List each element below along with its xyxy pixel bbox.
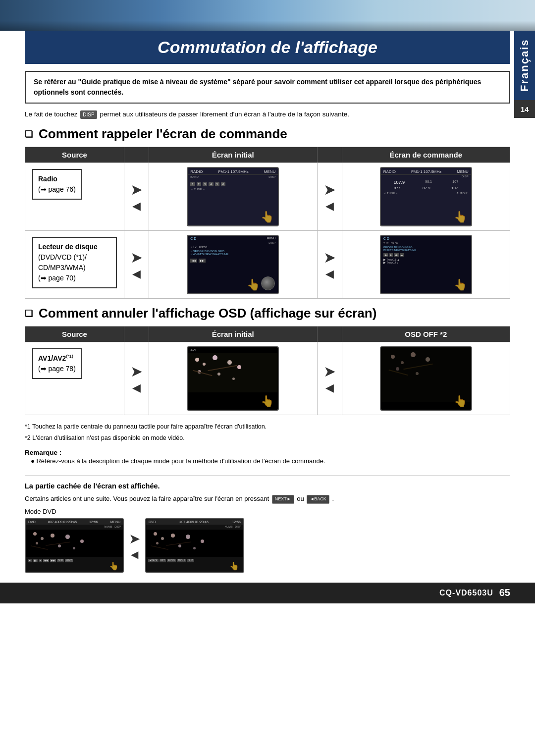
bottom-section: La partie cachée de l'écran est affichée…	[25, 476, 510, 573]
arrow-right-2: ➤	[323, 181, 336, 198]
dvd-controls-1: ▶ ▮▮ ■ ◀◀ ▶▶ SKIP NEXT	[26, 558, 123, 563]
dvd-screen-2: DVD#07 4009 01:23:4512:56 NUMB DISP	[145, 518, 244, 573]
av-source-box: AV1/AV2(*1) (➡ page 78)	[32, 348, 82, 379]
s2-col-source-label: Source	[25, 326, 124, 342]
radio-command-screen-cell: RADIOFM1·1 107.9MHzMENU DISP 107.998.110…	[342, 163, 510, 230]
top-banner	[0, 0, 535, 31]
footer-model: CQ-VD6503U	[439, 589, 493, 597]
mode-dvd-label: Mode DVD	[25, 508, 510, 515]
av-osd-screen: 👆	[380, 346, 472, 411]
bottom-text-mid: ou	[297, 495, 304, 502]
cd-command-screen: C D 7:12 09:56 GEOGE BENSON GEO WHAT'S N…	[380, 235, 472, 294]
radio-initial-screen: RADIOFM1·1 107.9MHzMENU BANDDISP 1 2 3 4…	[187, 167, 279, 226]
section2-row1: AV1/AV2(*1) (➡ page 78) ➤ ◀ AV1 MENU DIS…	[25, 342, 510, 415]
section2-heading: Comment annuler l'affichage OSD (afficha…	[25, 306, 510, 321]
info-box: Se référer au "Guide pratique de mise à …	[25, 71, 510, 104]
dvd-header-1: DVD#07 4009 01:23:4512:56MENU	[26, 519, 123, 525]
col-arrow-spacer1	[124, 147, 149, 162]
next-badge: NEXT►	[272, 495, 294, 504]
remarque-bullet: ● Référez-vous à la description de chaqu…	[31, 456, 510, 466]
radio-command-header: RADIOFM1·1 107.9MHzMENU	[381, 168, 471, 175]
radio-source-box: Radio (➡ page 76)	[32, 169, 82, 200]
radio-command-screen: RADIOFM1·1 107.9MHzMENU DISP 107.998.110…	[380, 167, 472, 226]
av-link: (➡ page 78)	[38, 365, 76, 373]
page-title: Commutation de l'affichage	[25, 31, 510, 64]
section1-row2: Lecteur de disque (DVD/VCD (*1)/ CD/MP3/…	[25, 230, 510, 298]
footnote-2: *2 L'écran d'utilisation n'est pas dispo…	[25, 433, 510, 443]
s2-arrow-right-2: ➤	[323, 363, 336, 380]
dvd-flower-2	[146, 530, 243, 557]
intro-text: Le fait de touchez DISP permet aux utili…	[25, 109, 510, 119]
col-source-label: Source	[25, 147, 124, 162]
touch-icon-3: 👆	[247, 278, 260, 291]
dvd-screen-1: DVD#07 4009 01:23:4512:56MENU NUMB DISP	[25, 518, 124, 573]
disc-detail: (DVD/VCD (*1)/ CD/MP3/WMA)	[38, 253, 87, 271]
cd-initial-screen-cell: C DMENU DISP ♪ 12 09:56 ♪ GEOGE BENSON G…	[149, 231, 318, 298]
page-number-tab: 14	[514, 100, 535, 118]
dvd-controls-2: ◄BACK RET AUDIO ANGLE SUB	[146, 558, 243, 563]
language-tab: Français	[514, 31, 535, 100]
intro-before: Le fait de touchez	[25, 110, 78, 118]
col-initial-label: Écran initial	[149, 147, 318, 162]
s2-arrow-col1: ➤ ◀	[124, 342, 149, 415]
section1-header-row: Source Écran initial Écran de commande	[25, 147, 510, 162]
touch-icon-6: 👆	[454, 395, 467, 408]
cd-disc-icon	[261, 276, 275, 290]
disc-link: (➡ page 70)	[38, 274, 76, 282]
radio-title: Radio	[38, 175, 57, 183]
dvd-flower-1	[26, 530, 123, 557]
main-content: Commutation de l'affichage Se référer au…	[0, 31, 535, 573]
bottom-text-before: Certains articles ont une suite. Vous po…	[25, 495, 269, 502]
radio-link: (➡ page 76)	[38, 185, 76, 193]
intro-after: permet aux utilisateurs de passer librem…	[100, 110, 349, 118]
arrow-col2: ➤ ◀	[318, 163, 342, 230]
radio-initial-screen-cell: RADIOFM1·1 107.9MHzMENU BANDDISP 1 2 3 4…	[149, 163, 318, 230]
s2-arrow-col2: ➤ ◀	[318, 342, 342, 415]
arrow-right-4: ➤	[323, 249, 336, 266]
dvd-screens-row: DVD#07 4009 01:23:4512:56MENU NUMB DISP	[25, 518, 510, 573]
arrow-left-4: ◀	[325, 268, 334, 280]
section1-heading: Comment rappeler l'écran de commande	[25, 126, 510, 142]
touch-icon-4: 👆	[454, 278, 467, 291]
col-arrow-spacer2	[318, 147, 342, 162]
disc-source-box: Lecteur de disque (DVD/VCD (*1)/ CD/MP3/…	[32, 237, 117, 288]
touch-icon-8: 👆	[229, 561, 239, 571]
s2-arrow-left-1: ◀	[132, 381, 141, 394]
bottom-text-after: .	[332, 495, 334, 502]
touch-icon-5: 👆	[261, 395, 274, 408]
section2-header-row: Source Écran initial OSD OFF *2	[25, 326, 510, 342]
s2-arrow-left-2: ◀	[325, 381, 334, 394]
arrow-right-3: ➤	[130, 249, 143, 266]
cd-command-screen-cell: C D 7:12 09:56 GEOGE BENSON GEO WHAT'S N…	[342, 231, 510, 298]
source-disc: Lecteur de disque (DVD/VCD (*1)/ CD/MP3/…	[25, 231, 124, 298]
dvd-header-2: DVD#07 4009 01:23:4512:56	[146, 519, 243, 525]
col-command-label: Écran de commande	[342, 147, 510, 162]
s2-col-initial-label: Écran initial	[149, 326, 318, 342]
touch-icon-7: 👆	[109, 561, 119, 571]
remarque-title: Remarque :	[25, 449, 510, 456]
disp-badge: DISP	[80, 110, 97, 119]
bottom-text: Certains articles ont une suite. Vous po…	[25, 494, 510, 504]
back-badge: ◄BACK	[307, 495, 329, 504]
touch-icon-1: 👆	[261, 211, 274, 223]
av-osd-screen-cell: 👆	[342, 342, 510, 415]
bottom-heading: La partie cachée de l'écran est affichée…	[25, 482, 510, 490]
info-box-text: Se référer au "Guide pratique de mise à …	[34, 78, 481, 96]
touch-icon-2: 👆	[454, 211, 467, 223]
s2-col-arrow-spacer2	[318, 326, 342, 342]
av-initial-screen-cell: AV1 MENU DISP	[149, 342, 318, 415]
cd-initial-screen: C DMENU DISP ♪ 12 09:56 ♪ GEOGE BENSON G…	[187, 235, 279, 294]
dvd-arrows: ➤ ◀	[129, 531, 140, 560]
page-footer: CQ-VD6503U 65	[0, 583, 535, 603]
footer-pagenum: 65	[499, 587, 510, 598]
arrow-col4: ➤ ◀	[318, 231, 342, 298]
arrow-left-2: ◀	[325, 200, 334, 213]
av-initial-screen: AV1 MENU DISP	[187, 346, 279, 411]
arrow-left-3: ◀	[132, 268, 141, 280]
arrow-right-1: ➤	[130, 181, 143, 198]
footnote-1: *1 Touchez la partie centrale du panneau…	[25, 422, 510, 432]
section1-diagram: Source Écran initial Écran de commande R…	[25, 147, 510, 299]
section1-row1: Radio (➡ page 76) ➤ ◀ RADIOFM1·1 107.9MH…	[25, 162, 510, 230]
section2-diagram: Source Écran initial OSD OFF *2 AV1/AV2(…	[25, 326, 510, 415]
source-radio: Radio (➡ page 76)	[25, 163, 124, 230]
